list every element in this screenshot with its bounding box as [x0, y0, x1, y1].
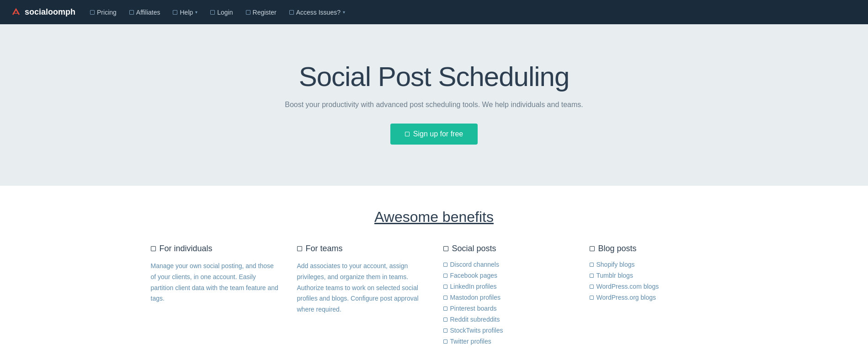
list-item-icon: [590, 274, 594, 278]
nav-link-help[interactable]: Help ▾: [167, 6, 203, 19]
brand-logo[interactable]: socialoomph: [11, 7, 75, 17]
list-item-icon: [590, 296, 594, 300]
hero-section: Social Post Scheduling Boost your produc…: [0, 24, 868, 186]
nav-item-access[interactable]: Access Issues? ▾: [284, 6, 351, 19]
teams-body: Add associates to your account, assign p…: [297, 261, 425, 315]
nav-link-login[interactable]: Login: [205, 6, 238, 19]
affiliates-label: Affiliates: [136, 9, 160, 16]
nav-link-access[interactable]: Access Issues? ▾: [284, 6, 351, 19]
list-item-icon: [590, 285, 594, 289]
list-item: Discord channels: [443, 261, 571, 268]
list-item: StockTwits profiles: [443, 327, 571, 334]
access-dropdown-arrow: ▾: [343, 10, 345, 15]
benefit-social-posts: Social posts Discord channelsFacebook pa…: [443, 244, 571, 345]
list-item: Tumblr blogs: [590, 272, 718, 279]
list-item-icon: [443, 307, 447, 311]
hero-title: Social Post Scheduling: [299, 61, 570, 92]
signup-button[interactable]: Sign up for free: [390, 124, 478, 145]
nav-link-affiliates[interactable]: Affiliates: [124, 6, 166, 19]
social-posts-heading: Social posts: [443, 244, 571, 253]
pricing-label: Pricing: [97, 9, 117, 16]
signup-label: Sign up for free: [413, 130, 463, 138]
benefit-individuals: For individuals Manage your own social p…: [151, 244, 279, 345]
list-item: Twitter profiles: [443, 338, 571, 345]
nav-item-pricing[interactable]: Pricing: [85, 6, 122, 19]
affiliates-icon: [129, 10, 134, 15]
list-item-icon: [590, 263, 594, 267]
login-icon: [210, 10, 215, 15]
nav-item-help[interactable]: Help ▾: [167, 6, 203, 19]
list-item-icon: [443, 285, 447, 289]
nav-item-login[interactable]: Login: [205, 6, 238, 19]
blog-posts-heading: Blog posts: [590, 244, 718, 253]
list-item-icon: [443, 296, 447, 300]
nav-link-register[interactable]: Register: [240, 6, 282, 19]
nav-links: Pricing Affiliates Help ▾ Login: [85, 6, 351, 19]
pricing-icon: [90, 10, 95, 15]
navbar: socialoomph Pricing Affiliates Help ▾: [0, 0, 868, 24]
list-item: Pinterest boards: [443, 305, 571, 312]
list-item: LinkedIn profiles: [443, 283, 571, 290]
help-dropdown-arrow: ▾: [195, 10, 197, 15]
individuals-icon: [151, 246, 156, 251]
hero-subtitle: Boost your productivity with advanced po…: [285, 101, 583, 109]
social-posts-icon: [443, 246, 448, 251]
teams-heading: For teams: [297, 244, 425, 253]
brand-name: socialoomph: [25, 7, 75, 17]
teams-icon: [297, 246, 302, 251]
blog-posts-list: Shopify blogsTumblr blogsWordPress.com b…: [590, 261, 718, 301]
list-item-icon: [443, 339, 447, 344]
benefit-teams: For teams Add associates to your account…: [297, 244, 425, 345]
login-label: Login: [217, 9, 233, 16]
blog-posts-icon: [590, 246, 595, 251]
list-item: Reddit subreddits: [443, 316, 571, 323]
list-item: Mastodon profiles: [443, 294, 571, 301]
signup-icon: [405, 132, 410, 136]
list-item: WordPress.com blogs: [590, 283, 718, 290]
nav-link-pricing[interactable]: Pricing: [85, 6, 122, 19]
list-item: Shopify blogs: [590, 261, 718, 268]
list-item-icon: [443, 318, 447, 322]
nav-item-register[interactable]: Register: [240, 6, 282, 19]
access-label: Access Issues?: [296, 9, 341, 16]
list-item: WordPress.org blogs: [590, 294, 718, 301]
social-posts-list: Discord channelsFacebook pagesLinkedIn p…: [443, 261, 571, 345]
register-icon: [246, 10, 250, 15]
list-item-icon: [443, 329, 447, 333]
benefits-title: Awesome benefits: [151, 209, 718, 226]
list-item-icon: [443, 263, 447, 267]
access-icon: [289, 10, 294, 15]
individuals-heading: For individuals: [151, 244, 279, 253]
register-label: Register: [253, 9, 277, 16]
benefit-blog-posts: Blog posts Shopify blogsTumblr blogsWord…: [590, 244, 718, 345]
help-label: Help: [180, 9, 193, 16]
list-item-icon: [443, 274, 447, 278]
main-content: Awesome benefits For individuals Manage …: [114, 186, 754, 361]
benefits-grid: For individuals Manage your own social p…: [151, 244, 718, 345]
individuals-body: Manage your own social posting, and thos…: [151, 261, 279, 304]
brand-icon: [11, 7, 21, 17]
help-icon: [173, 10, 177, 15]
nav-item-affiliates[interactable]: Affiliates: [124, 6, 166, 19]
list-item: Facebook pages: [443, 272, 571, 279]
